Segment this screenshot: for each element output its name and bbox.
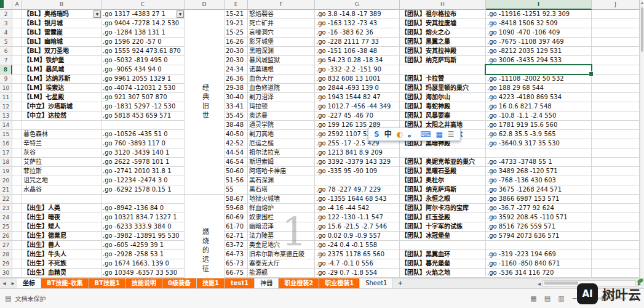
cell-E11[interactable]: 30-40	[225, 93, 248, 102]
cell-I26[interactable]: .go 5794 2073 636 571	[486, 232, 592, 241]
cell-G12[interactable]: .go 1012.7 -456 -44 349	[315, 102, 400, 111]
cell-C15[interactable]: .go -10526 -435 51 0	[101, 130, 185, 139]
cell-D16[interactable]	[185, 139, 225, 148]
cell-D6[interactable]	[185, 47, 225, 56]
cell-I30[interactable]: .go -536 314 116 720	[486, 269, 592, 278]
cell-F13[interactable]: 奥达曼	[248, 111, 315, 121]
cell-C7[interactable]: .go -5032 -819 495 0	[101, 56, 185, 65]
cell-B12[interactable]: 【中立】沙塔斯城	[22, 102, 101, 111]
cell-D30[interactable]	[185, 269, 225, 278]
cell-G21[interactable]: .go 78 -227 49.7 229	[315, 185, 400, 195]
cell-A19[interactable]	[12, 167, 22, 176]
sheet-tab-BT技能1[interactable]: BT技能1	[89, 278, 126, 288]
cell-I6[interactable]: .go -8212 2035 129 531	[486, 47, 592, 56]
cell-H19[interactable]: 【团队】黑曜石圣殿	[400, 167, 486, 176]
cell-H13[interactable]: 【团队】风暴要塞	[400, 111, 486, 121]
cell-D28[interactable]	[185, 250, 225, 259]
tabs-scroll-left-icon[interactable]: ◂	[0, 278, 9, 288]
cell-G28[interactable]: .go 2375 1178 65 560	[315, 250, 400, 259]
cell-G7[interactable]: .go 54.23 0.28 -18 34	[315, 56, 400, 65]
cell-D27[interactable]	[185, 241, 225, 250]
cell-F14[interactable]: 通灵学院	[248, 121, 315, 130]
cell-J20[interactable]	[592, 176, 640, 185]
cell-A15[interactable]	[12, 130, 22, 139]
cell-B13[interactable]: 【中立】达拉然	[22, 111, 101, 121]
filter-dropdown-icon[interactable]: ▼	[93, 10, 101, 18]
cell-E29[interactable]: 65-73	[225, 259, 248, 269]
cell-D17[interactable]	[185, 148, 225, 158]
row-header-18[interactable]: 18	[0, 158, 12, 167]
cell-H5[interactable]: 【团队】黑翼之巢	[400, 38, 486, 47]
cell-H4[interactable]: 【团队】熔火之心	[400, 28, 486, 38]
cell-F12[interactable]: 玛拉顿	[248, 102, 315, 111]
cell-B28[interactable]: 【出生】牛头人	[22, 250, 101, 259]
cell-G11[interactable]: .go 1943 1544 82 47	[315, 93, 400, 102]
cell-C27[interactable]: .go -605 -4259 39 1	[101, 241, 185, 250]
cell-A4[interactable]	[12, 28, 22, 38]
cell-B22[interactable]	[22, 195, 101, 204]
cell-A18[interactable]	[12, 158, 22, 167]
cell-D12[interactable]	[185, 102, 225, 111]
cell-G8[interactable]: .go -332 -2.2 -151 90	[315, 65, 400, 75]
cell-D8[interactable]	[185, 65, 225, 75]
cell-B3[interactable]: 【BL】银月城	[22, 19, 101, 28]
cell-F21[interactable]: 黑石塔	[248, 185, 315, 195]
cell-F15[interactable]: 剃刀高地	[248, 130, 315, 139]
cell-J9[interactable]	[592, 75, 640, 84]
cell-I15[interactable]: .go 62.8 35.5 -3.9 565	[486, 130, 592, 139]
cell-E4[interactable]: 15-25	[225, 28, 248, 38]
cell-F2[interactable]: 怒焰裂谷	[248, 10, 315, 19]
cell-B18[interactable]: 艾萨拉	[22, 158, 101, 167]
sheet-tab-+[interactable]: +	[393, 278, 407, 288]
cell-I2[interactable]: .go -11916 -1251 92.3 309	[486, 10, 592, 19]
col-header-C[interactable]: C	[101, 0, 185, 10]
cell-G3[interactable]: .go -163 132 -73 43	[315, 19, 400, 28]
cell-J30[interactable]	[592, 269, 640, 278]
cell-A9[interactable]	[12, 75, 22, 84]
cell-H10[interactable]: 【团队】玛瑟里顿的巢穴	[400, 84, 486, 93]
cell-B8[interactable]: 【LM】暴风城	[22, 65, 101, 75]
cell-J22[interactable]	[592, 195, 640, 204]
cell-C26[interactable]: .go -3982 -13891 95 530	[101, 232, 185, 241]
row-header-11[interactable]: 11	[0, 93, 12, 102]
cell-D22[interactable]	[185, 195, 225, 204]
ime-toolbar[interactable]: S中◐。⌨▦☰	[368, 128, 461, 141]
col-header-B[interactable]: B	[22, 0, 101, 10]
cell-D3[interactable]	[185, 19, 225, 28]
cell-C16[interactable]: .go 760 -3893 117 0	[101, 139, 185, 148]
cell-I4[interactable]: .go 1090 -470 -106 409	[486, 28, 592, 38]
cell-F24[interactable]: 奴隶围栏	[248, 213, 315, 222]
row-header-12[interactable]: 12	[0, 102, 12, 111]
cell-J25[interactable]	[592, 222, 640, 232]
sheet-tab-0级装备[interactable]: 0级装备	[162, 278, 197, 288]
cell-B19[interactable]: 菲拉斯	[22, 167, 101, 176]
cell-E16[interactable]: 42-52	[225, 139, 248, 148]
cell-I25[interactable]: .go 8516 726 559 571	[486, 222, 592, 232]
cell-E2[interactable]: 15-21	[225, 10, 248, 19]
vertical-scrollbar-thumb[interactable]	[641, 7, 643, 52]
cell-H9[interactable]: 【团队】卡拉赞	[400, 75, 486, 84]
cell-A6[interactable]	[12, 47, 22, 56]
page-layout-view-icon[interactable]: ▤	[543, 294, 552, 302]
cell-A13[interactable]	[12, 111, 22, 121]
cell-H28[interactable]: 【团队】黑翼血环	[400, 250, 486, 259]
cell-J5[interactable]	[592, 38, 640, 47]
cell-F25[interactable]: 幽暗沼泽	[248, 222, 315, 232]
row-header-9[interactable]: 9	[0, 75, 12, 84]
cell-H25[interactable]: 【团队】十字军的试练	[400, 222, 486, 232]
cell-A20[interactable]	[12, 176, 22, 185]
cell-F5[interactable]: 影牙城堡	[248, 38, 315, 47]
row-header-21[interactable]: 21	[0, 185, 12, 195]
cell-J29[interactable]	[592, 259, 640, 269]
row-header-27[interactable]: 27	[0, 241, 12, 250]
cell-G10[interactable]: .go 2844 -693 139 0	[315, 84, 400, 93]
row-header-7[interactable]: 7	[0, 56, 12, 65]
cell-I19[interactable]: .go 3489 268 -120 571	[486, 167, 592, 176]
cell-H20[interactable]: 【团队】奥杜尔	[400, 176, 486, 185]
cell-H8[interactable]	[400, 65, 486, 75]
cell-E25[interactable]: 61-70	[225, 222, 248, 232]
cell-B27[interactable]: 【出生】兽人	[22, 241, 101, 250]
cell-J17[interactable]	[592, 148, 640, 158]
fill-handle[interactable]	[589, 71, 594, 76]
horizontal-scrollbar-thumb[interactable]	[544, 282, 578, 285]
